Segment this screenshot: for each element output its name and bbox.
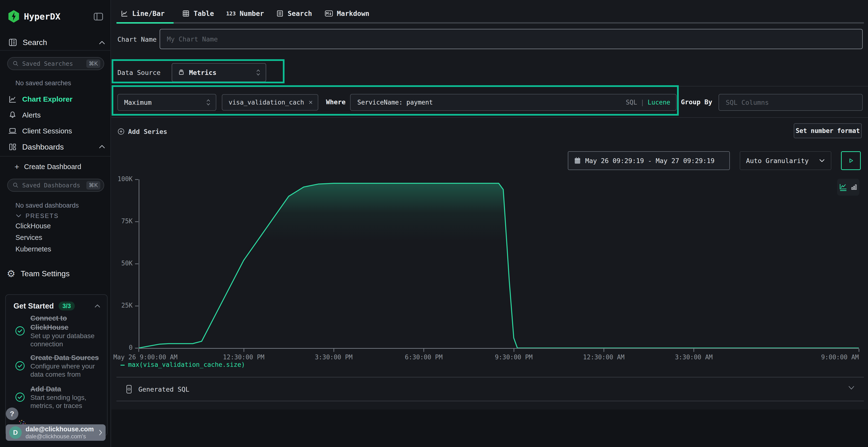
dashboards-icon: [8, 143, 17, 151]
metric-chip[interactable]: visa_validation_cach: [222, 94, 318, 110]
tab-search[interactable]: Search: [276, 7, 312, 20]
step-desc: Start sending logs, metrics, or traces: [30, 393, 105, 410]
saved-dashboards-input[interactable]: Saved Dashboards ⌘K: [7, 179, 104, 192]
sql-mode-toggle[interactable]: SQL: [626, 99, 637, 106]
check-circle-icon: [15, 326, 25, 336]
add-series-button[interactable]: Add Series: [117, 125, 167, 138]
x-tick-mark: [859, 349, 859, 352]
get-started-item[interactable]: Add Data Start sending logs, metrics, or…: [15, 384, 105, 410]
select-updown-icon: [255, 69, 261, 76]
step-title: Create Data Sources: [30, 353, 105, 362]
chevron-up-icon[interactable]: [98, 40, 105, 45]
footer-band: [112, 409, 868, 447]
sidebar: HyperDX Search Save: [0, 0, 111, 447]
sidebar-item-alerts[interactable]: Alerts: [8, 109, 41, 121]
user-email: dale@clickhouse.com: [26, 425, 94, 433]
preset-services[interactable]: Services: [16, 234, 42, 242]
series-area: [138, 183, 859, 348]
line-chart-icon: [121, 10, 128, 18]
gear-icon: ⚙: [7, 269, 16, 278]
sidebar-item-client-sessions[interactable]: Client Sessions: [8, 125, 72, 137]
chevron-right-icon: [98, 429, 103, 436]
set-number-format-label: Set number format: [796, 127, 860, 134]
logo[interactable]: HyperDX: [8, 10, 61, 23]
granularity-select[interactable]: Auto Granularity: [740, 151, 831, 170]
group-by-placeholder: SQL Columns: [726, 99, 769, 106]
presets-label: PRESETS: [26, 212, 59, 219]
where-input[interactable]: ServiceName: payment SQL | Lucene: [350, 94, 677, 111]
sidebar-section-search[interactable]: Search: [8, 37, 47, 48]
table-icon: [182, 10, 190, 18]
code-icon: [125, 384, 133, 394]
step-title: Connect to ClickHouse: [30, 314, 105, 332]
create-dashboard-button[interactable]: + Create Dashboard: [14, 161, 81, 172]
line-chart-plot[interactable]: [138, 179, 859, 348]
tab-table[interactable]: Table: [182, 7, 214, 20]
y-tick-mark: [135, 264, 138, 264]
tab-label: Line/Bar: [132, 10, 165, 18]
where-value: ServiceName: payment: [357, 99, 626, 106]
x-tick-mark: [514, 349, 514, 352]
chart-legend[interactable]: — max(visa_validation_cache.size): [121, 360, 245, 370]
divider: [0, 50, 111, 50]
data-source-select[interactable]: Metrics: [172, 63, 266, 82]
team-settings-label: Team Settings: [21, 269, 70, 278]
presets-toggle[interactable]: PRESETS: [16, 211, 59, 220]
app-window: HyperDX Search Save: [0, 0, 868, 447]
chart-name-label: Chart Name: [117, 36, 157, 43]
x-tick-mark: [603, 349, 604, 352]
y-tick-mark: [135, 221, 138, 222]
chevron-up-icon[interactable]: [94, 304, 101, 308]
help-button[interactable]: ?: [6, 408, 18, 420]
user-menu[interactable]: D dale@clickhouse.com dale@clickhouse.co…: [6, 424, 105, 441]
saved-searches-input[interactable]: Saved Searches ⌘K: [7, 57, 104, 70]
tab-number[interactable]: 123 Number: [226, 7, 264, 20]
divider: [117, 377, 864, 377]
lucene-mode-toggle[interactable]: Lucene: [648, 99, 670, 106]
date-range-input[interactable]: May 26 09:29:19 - May 27 09:29:19: [568, 151, 730, 170]
tab-markdown[interactable]: Markdown: [325, 7, 369, 20]
tab-underline-active: [117, 22, 174, 24]
y-tick-mark: [135, 348, 138, 348]
x-tick-mark: [244, 349, 244, 352]
no-saved-dashboards-note: No saved dashboards: [16, 202, 79, 209]
preset-clickhouse[interactable]: ClickHouse: [16, 222, 51, 230]
set-number-format-button[interactable]: Set number format: [794, 123, 862, 138]
check-circle-icon: [15, 392, 25, 402]
where-label: Where: [326, 98, 345, 106]
tab-line-bar[interactable]: Line/Bar: [121, 7, 165, 20]
markdown-icon: [325, 10, 333, 17]
get-started-item[interactable]: Connect to ClickHouse Set up your databa…: [15, 314, 105, 348]
sidebar-collapse-icon[interactable]: [94, 12, 103, 21]
tab-label: Number: [240, 10, 264, 18]
sidebar-item-team-settings[interactable]: ⚙ Team Settings: [7, 267, 70, 280]
step-desc: Configure where your data comes from: [30, 362, 105, 379]
x-tick-label: 3:30:00 AM: [675, 353, 713, 361]
chart-name-input[interactable]: My Chart Name: [160, 29, 863, 49]
chevron-up-icon[interactable]: [98, 144, 105, 149]
data-source-label: Data Source: [117, 69, 161, 76]
x-tick-label: 3:30:00 PM: [315, 353, 353, 361]
group-by-input[interactable]: SQL Columns: [718, 94, 863, 111]
sidebar-section-dashboards[interactable]: Dashboards: [8, 141, 64, 153]
preset-kubernetes[interactable]: Kubernetes: [16, 245, 51, 253]
chevron-down-icon[interactable]: [848, 385, 855, 390]
plus-icon: +: [14, 162, 19, 171]
laptop-icon: [8, 127, 17, 135]
get-started-item[interactable]: Create Data Sources Configure where your…: [15, 353, 105, 379]
x-tick-mark: [334, 349, 334, 352]
generated-sql-toggle[interactable]: Generated SQL: [125, 382, 189, 396]
magnifier-icon: [12, 182, 19, 188]
tab-underline-track: [117, 22, 864, 24]
sidebar-item-chart-explorer[interactable]: Chart Explorer: [8, 94, 72, 105]
run-query-button[interactable]: [841, 151, 861, 170]
aggregation-select[interactable]: Maximum: [117, 94, 216, 111]
bell-icon: [8, 111, 17, 119]
shortcut-badge: ⌘K: [86, 60, 100, 68]
no-saved-searches-note: No saved searches: [16, 79, 71, 87]
search-section-icon: [8, 38, 18, 47]
close-icon[interactable]: [308, 100, 313, 105]
saved-dashboards-placeholder: Saved Dashboards: [22, 182, 83, 189]
granularity-value: Auto Granularity: [746, 157, 819, 165]
search-list-icon: [276, 10, 284, 18]
